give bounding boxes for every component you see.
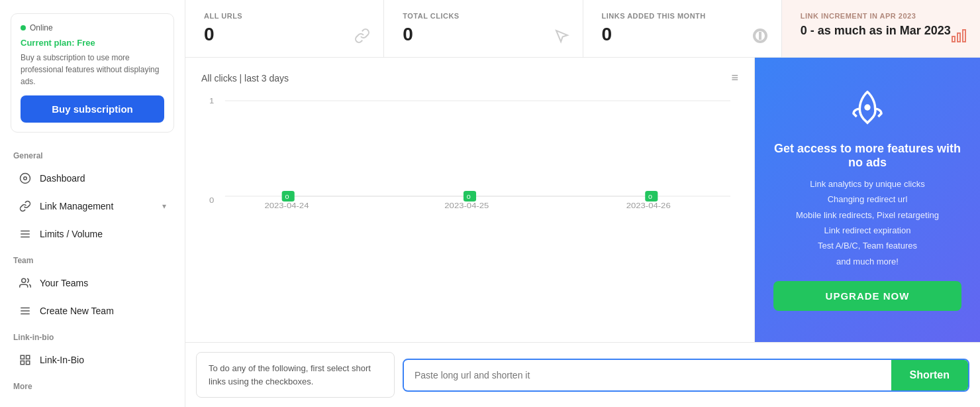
svg-text:0: 0 xyxy=(285,194,289,200)
svg-text:0: 0 xyxy=(209,196,215,205)
chart-title: All clicks | last 3 days xyxy=(201,73,289,84)
sidebar: Online Current plan: Free Buy a subscrip… xyxy=(0,0,185,407)
rocket-icon xyxy=(752,28,768,48)
shorten-button[interactable]: Shorten xyxy=(891,360,968,390)
links-added-value: 0 xyxy=(602,24,763,45)
total-clicks-label: TOTAL CLICKS xyxy=(403,12,564,20)
hint-box: To do any of the following, first select… xyxy=(196,352,395,398)
total-clicks-value: 0 xyxy=(403,24,564,45)
promo-rocket-icon xyxy=(849,89,886,133)
stat-all-urls: ALL URLS 0 xyxy=(185,0,384,57)
bar-chart-icon xyxy=(951,28,967,48)
limits-icon xyxy=(19,227,32,241)
link-increment-value: 0 - as much as in Mar 2023 xyxy=(801,24,961,38)
svg-rect-11 xyxy=(21,361,24,365)
svg-text:2023-04-24: 2023-04-24 xyxy=(264,202,309,210)
main-content: ALL URLS 0 TOTAL CLICKS 0 LINKS ADDED TH… xyxy=(185,0,980,407)
svg-rect-14 xyxy=(957,33,960,42)
sidebar-item-link-in-bio[interactable]: Link-In-Bio xyxy=(5,347,179,373)
sidebar-section-general: General xyxy=(0,143,185,164)
svg-text:2023-04-26: 2023-04-26 xyxy=(626,202,671,210)
promo-features: Link analytics by unique clicks Changing… xyxy=(796,176,939,269)
stat-links-added: LINKS ADDED THIS MONTH 0 xyxy=(583,0,782,57)
svg-rect-13 xyxy=(963,30,965,42)
sidebar-item-limits[interactable]: Limits / Volume xyxy=(5,221,179,247)
sidebar-item-your-teams[interactable]: Your Teams xyxy=(5,270,179,296)
all-urls-label: ALL URLS xyxy=(204,12,365,20)
chart-area: 1 0 0 0 0 xyxy=(201,91,738,342)
chart-header: All clicks | last 3 days ≡ xyxy=(201,71,738,85)
online-dot xyxy=(21,25,26,30)
plan-card: Online Current plan: Free Buy a subscrip… xyxy=(11,13,174,133)
sidebar-section-link-in-bio: Link-in-bio xyxy=(0,325,185,346)
cursor-icon xyxy=(554,28,569,48)
chevron-down-icon: ▾ xyxy=(162,202,166,211)
bottom-bar: To do any of the following, first select… xyxy=(185,342,980,407)
create-team-label: Create New Team xyxy=(40,306,114,316)
link-icon xyxy=(354,28,370,48)
create-team-icon xyxy=(19,304,32,318)
buy-subscription-button[interactable]: Buy subscription xyxy=(21,95,164,123)
chart-menu-icon[interactable]: ≡ xyxy=(731,71,738,85)
online-status: Online xyxy=(21,23,164,32)
all-urls-value: 0 xyxy=(204,24,365,45)
svg-text:2023-04-25: 2023-04-25 xyxy=(444,202,489,210)
link-in-bio-icon xyxy=(19,353,32,367)
svg-point-5 xyxy=(22,278,26,282)
svg-text:0: 0 xyxy=(467,194,471,200)
sidebar-item-create-team[interactable]: Create New Team xyxy=(5,298,179,324)
online-label: Online xyxy=(30,23,53,32)
link-management-icon xyxy=(19,200,32,213)
sidebar-section-team: Team xyxy=(0,248,185,269)
teams-icon xyxy=(19,276,32,290)
svg-point-29 xyxy=(864,104,870,110)
svg-point-0 xyxy=(21,174,30,184)
links-added-label: LINKS ADDED THIS MONTH xyxy=(602,12,763,20)
svg-text:0: 0 xyxy=(648,194,653,200)
stat-total-clicks: TOTAL CLICKS 0 xyxy=(384,0,583,57)
plan-description: Buy a subscription to use more professio… xyxy=(21,52,164,87)
dashboard-label: Dashboard xyxy=(40,173,85,184)
stats-row: ALL URLS 0 TOTAL CLICKS 0 LINKS ADDED TH… xyxy=(185,0,980,58)
svg-rect-12 xyxy=(26,361,30,365)
sidebar-section-more: More xyxy=(0,374,185,395)
svg-point-1 xyxy=(24,177,27,180)
promo-section: Get access to more features with no ads … xyxy=(755,58,980,342)
upgrade-now-button[interactable]: UPGRADE NOW xyxy=(773,281,961,311)
sidebar-item-dashboard[interactable]: Dashboard xyxy=(5,165,179,192)
sidebar-item-link-management[interactable]: Link Management ▾ xyxy=(5,193,179,219)
svg-rect-10 xyxy=(26,355,30,359)
link-increment-label: LINK INCREMENT IN APR 2023 xyxy=(801,12,961,20)
link-in-bio-label: Link-In-Bio xyxy=(40,355,84,365)
svg-rect-9 xyxy=(21,355,24,359)
chart-promo-row: All clicks | last 3 days ≡ 1 0 0 xyxy=(185,58,980,342)
svg-text:1: 1 xyxy=(209,97,215,105)
link-management-label: Link Management xyxy=(40,201,113,211)
promo-title: Get access to more features with no ads xyxy=(773,142,961,170)
current-plan: Current plan: Free xyxy=(21,38,164,48)
url-input[interactable] xyxy=(404,361,891,390)
stat-link-increment: LINK INCREMENT IN APR 2023 0 - as much a… xyxy=(782,0,980,57)
svg-rect-15 xyxy=(952,36,955,42)
url-input-wrapper: Shorten xyxy=(403,359,969,392)
chart-section: All clicks | last 3 days ≡ 1 0 0 xyxy=(185,58,755,342)
your-teams-label: Your Teams xyxy=(40,278,88,288)
chart-svg: 1 0 0 0 0 xyxy=(201,91,738,211)
dashboard-icon xyxy=(19,172,32,185)
limits-label: Limits / Volume xyxy=(40,229,103,239)
